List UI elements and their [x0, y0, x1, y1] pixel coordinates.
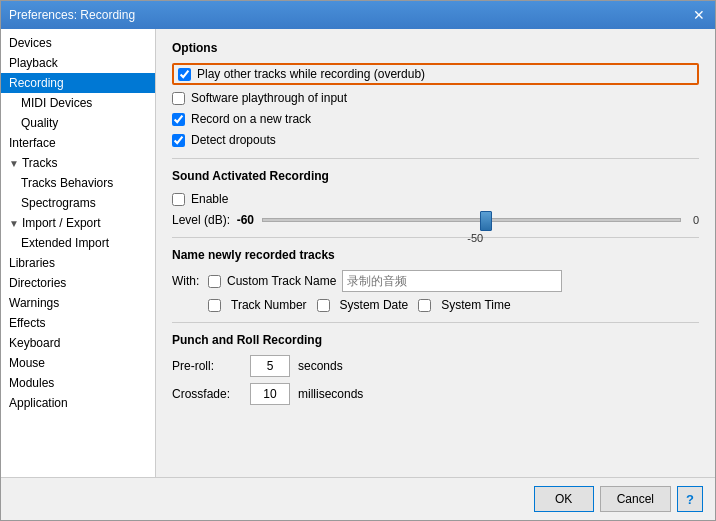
system-date-checkbox[interactable]	[317, 299, 330, 312]
sidebar-item-label: Interface	[9, 136, 56, 150]
system-time-checkbox[interactable]	[418, 299, 431, 312]
sidebar-item-libraries[interactable]: Libraries	[1, 253, 155, 273]
software-playthrough-row: Software playthrough of input	[172, 90, 699, 106]
sidebar-item-label: Import / Export	[22, 216, 101, 230]
sidebar-item-label: Recording	[9, 76, 64, 90]
sidebar-item-quality[interactable]: Quality	[1, 113, 155, 133]
slider-track	[262, 218, 681, 222]
sidebar-item-label: Libraries	[9, 256, 55, 270]
with-row: With: Custom Track Name	[172, 270, 699, 292]
pre-roll-label: Pre-roll:	[172, 359, 242, 373]
pre-roll-input[interactable]	[250, 355, 290, 377]
divider-2	[172, 237, 699, 238]
sidebar: DevicesPlaybackRecordingMIDI DevicesQual…	[1, 29, 156, 477]
sidebar-item-label: Playback	[9, 56, 58, 70]
sidebar-item-devices[interactable]: Devices	[1, 33, 155, 53]
sidebar-item-modules[interactable]: Modules	[1, 373, 155, 393]
crossfade-row: Crossfade: milliseconds	[172, 383, 699, 405]
custom-track-name-label: Custom Track Name	[227, 274, 336, 288]
crossfade-input[interactable]	[250, 383, 290, 405]
sidebar-item-label: Spectrograms	[21, 196, 96, 210]
name-section: Name newly recorded tracks With: Custom …	[172, 248, 699, 312]
software-playthrough-checkbox[interactable]	[172, 92, 185, 105]
enable-checkbox[interactable]	[172, 193, 185, 206]
detect-dropouts-checkbox[interactable]	[172, 134, 185, 147]
window-title: Preferences: Recording	[9, 8, 135, 22]
sidebar-item-label: Quality	[21, 116, 58, 130]
software-playthrough-label: Software playthrough of input	[191, 91, 347, 105]
track-number-label: Track Number	[231, 298, 307, 312]
close-button[interactable]: ✕	[691, 7, 707, 23]
sidebar-item-tracks[interactable]: ▼Tracks	[1, 153, 155, 173]
record-new-track-label: Record on a new track	[191, 112, 311, 126]
sidebar-item-label: Mouse	[9, 356, 45, 370]
sidebar-item-tracks-behaviors[interactable]: Tracks Behaviors	[1, 173, 155, 193]
level-row: Level (dB): -60 -50 0	[172, 213, 699, 227]
content-area: DevicesPlaybackRecordingMIDI DevicesQual…	[1, 29, 715, 477]
sidebar-item-label: MIDI Devices	[21, 96, 92, 110]
overdub-checkbox[interactable]	[178, 68, 191, 81]
system-time-label: System Time	[441, 298, 510, 312]
sidebar-item-label: Application	[9, 396, 68, 410]
sidebar-item-recording[interactable]: Recording	[1, 73, 155, 93]
expand-icon: ▼	[9, 218, 19, 229]
main-content: Options Play other tracks while recordin…	[156, 29, 715, 477]
divider-3	[172, 322, 699, 323]
cancel-button[interactable]: Cancel	[600, 486, 671, 512]
sidebar-item-label: Tracks Behaviors	[21, 176, 113, 190]
sidebar-item-label: Modules	[9, 376, 54, 390]
sidebar-item-label: Keyboard	[9, 336, 60, 350]
detect-dropouts-row: Detect dropouts	[172, 132, 699, 148]
pre-roll-row: Pre-roll: seconds	[172, 355, 699, 377]
sound-activated-title: Sound Activated Recording	[172, 169, 699, 183]
system-date-label: System Date	[340, 298, 409, 312]
crossfade-unit: milliseconds	[298, 387, 363, 401]
detect-dropouts-label: Detect dropouts	[191, 133, 276, 147]
record-new-track-checkbox[interactable]	[172, 113, 185, 126]
sidebar-item-warnings[interactable]: Warnings	[1, 293, 155, 313]
name-section-title: Name newly recorded tracks	[172, 248, 699, 262]
level-label: Level (dB): -60	[172, 213, 254, 227]
overdub-label: Play other tracks while recording (overd…	[197, 67, 425, 81]
sidebar-item-label: Warnings	[9, 296, 59, 310]
sidebar-item-mouse[interactable]: Mouse	[1, 353, 155, 373]
punch-section: Punch and Roll Recording Pre-roll: secon…	[172, 333, 699, 405]
slider-value-label: -50	[467, 232, 483, 244]
sidebar-item-interface[interactable]: Interface	[1, 133, 155, 153]
sidebar-item-label: Tracks	[22, 156, 58, 170]
sidebar-item-label: Effects	[9, 316, 45, 330]
sound-activated-section: Sound Activated Recording Enable Level (…	[172, 169, 699, 227]
enable-label: Enable	[191, 192, 228, 206]
sidebar-item-effects[interactable]: Effects	[1, 313, 155, 333]
extra-options-row: Track Number System Date System Time	[172, 298, 699, 312]
sidebar-item-midi-devices[interactable]: MIDI Devices	[1, 93, 155, 113]
enable-row: Enable	[172, 191, 699, 207]
help-button[interactable]: ?	[677, 486, 703, 512]
options-title: Options	[172, 41, 699, 55]
sidebar-item-label: Devices	[9, 36, 52, 50]
sidebar-item-spectrograms[interactable]: Spectrograms	[1, 193, 155, 213]
sidebar-item-label: Extended Import	[21, 236, 109, 250]
title-bar: Preferences: Recording ✕	[1, 1, 715, 29]
bottom-bar: OK Cancel ?	[1, 477, 715, 520]
sidebar-item-playback[interactable]: Playback	[1, 53, 155, 73]
custom-track-input[interactable]	[342, 270, 562, 292]
with-label: With:	[172, 274, 202, 288]
slider-max-label: 0	[689, 214, 699, 226]
overdub-option-row: Play other tracks while recording (overd…	[172, 63, 699, 85]
sidebar-item-application[interactable]: Application	[1, 393, 155, 413]
track-number-checkbox[interactable]	[208, 299, 221, 312]
sidebar-item-directories[interactable]: Directories	[1, 273, 155, 293]
level-slider-container: -50	[262, 218, 681, 222]
preferences-window: Preferences: Recording ✕ DevicesPlayback…	[0, 0, 716, 521]
sidebar-item-import-export[interactable]: ▼Import / Export	[1, 213, 155, 233]
slider-thumb[interactable]	[480, 211, 492, 231]
sidebar-item-label: Directories	[9, 276, 66, 290]
record-new-track-row: Record on a new track	[172, 111, 699, 127]
punch-title: Punch and Roll Recording	[172, 333, 699, 347]
sidebar-item-keyboard[interactable]: Keyboard	[1, 333, 155, 353]
custom-track-checkbox[interactable]	[208, 275, 221, 288]
sidebar-item-extended-import[interactable]: Extended Import	[1, 233, 155, 253]
ok-button[interactable]: OK	[534, 486, 594, 512]
divider-1	[172, 158, 699, 159]
